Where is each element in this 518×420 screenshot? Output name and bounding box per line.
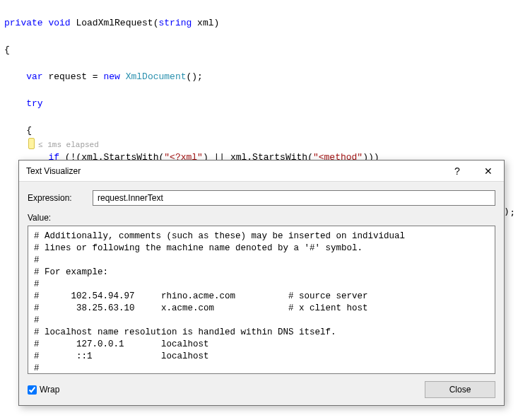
value-textarea[interactable]: # Additionally, comments (such as these)… xyxy=(28,226,495,374)
method-name: LoadXmlRequest xyxy=(76,18,153,28)
help-icon: ? xyxy=(454,165,460,177)
wrap-text: Wrap xyxy=(40,385,59,395)
type-xmldocument: XmlDocument xyxy=(126,71,187,82)
kw-void: void xyxy=(48,18,70,28)
wrap-checkbox[interactable] xyxy=(28,385,37,395)
dialog-title: Text Visualizer xyxy=(26,166,442,176)
wrap-checkbox-label[interactable]: Wrap xyxy=(28,385,59,395)
perf-elapsed: ≤ 1ms elapsed xyxy=(38,141,99,149)
expression-label: Expression: xyxy=(28,193,93,203)
param-xml: xml xyxy=(197,18,213,28)
breakpoint-marker[interactable] xyxy=(28,138,35,149)
close-button[interactable]: Close xyxy=(425,381,495,398)
dialog-titlebar[interactable]: Text Visualizer ? ✕ xyxy=(19,161,504,182)
value-label: Value: xyxy=(28,213,495,223)
close-window-button[interactable]: ✕ xyxy=(473,161,504,182)
var-request: request xyxy=(48,71,87,82)
close-icon: ✕ xyxy=(484,165,493,177)
expression-input[interactable] xyxy=(93,190,495,206)
help-button[interactable]: ? xyxy=(442,161,473,182)
kw-try: try xyxy=(26,98,42,109)
kw-string: string xyxy=(158,18,192,28)
kw-var: var xyxy=(26,71,42,82)
kw-new: new xyxy=(103,71,119,82)
text-visualizer-dialog: Text Visualizer ? ✕ Expression: Value: #… xyxy=(18,160,505,406)
kw-private: private xyxy=(4,18,43,28)
